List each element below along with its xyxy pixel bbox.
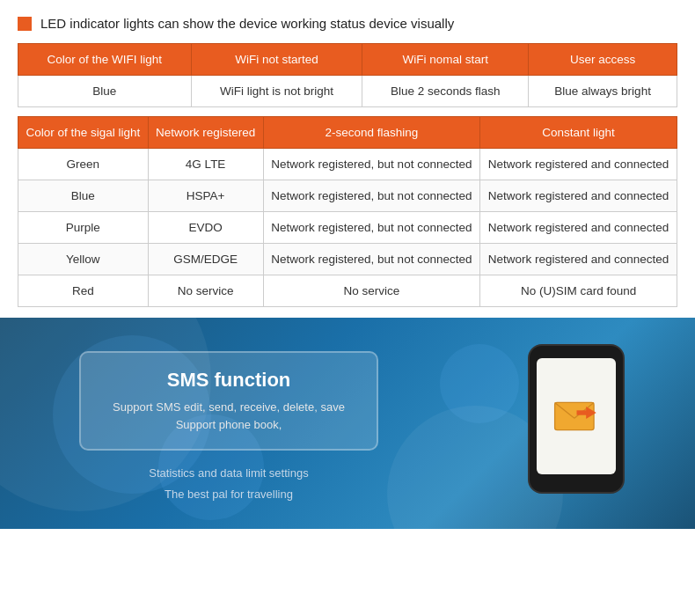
wifi-cell-0-2: Blue 2 seconds flash (362, 76, 529, 107)
sms-box: SMS function Support SMS edit, send, rec… (79, 351, 378, 451)
wifi-col-2: WiFi not started (191, 44, 362, 76)
orange-square-icon (18, 17, 32, 31)
signal-cell: Network registered and connected (480, 180, 677, 212)
led-header: LED indicator lights can show the device… (18, 16, 677, 31)
signal-col-3: 2-second flashing (263, 117, 479, 149)
table-row: PurpleEVDONetwork registered, but not co… (18, 212, 677, 244)
wifi-cell-0-0: Blue (18, 76, 192, 107)
phone-body (528, 344, 625, 494)
wifi-col-3: WiFi nomal start (362, 44, 529, 76)
sms-description: Support SMS edit, send, receive, delete,… (107, 399, 350, 433)
table-row: Green4G LTENetwork registered, but not c… (18, 149, 677, 180)
signal-cell: EVDO (148, 212, 263, 244)
sms-stat-1: Statistics and data limit settings (149, 463, 308, 483)
bottom-section: SMS function Support SMS edit, send, rec… (0, 318, 695, 529)
wifi-cell-0-1: WiFi light is not bright (191, 76, 362, 107)
signal-cell: Network registered and connected (480, 212, 677, 244)
phone-container (484, 344, 677, 511)
table-row: BlueHSPA+Network registered, but not con… (18, 180, 677, 212)
tables-container: Color of the WIFI light WiFi not started… (18, 43, 677, 307)
signal-cell: 4G LTE (148, 149, 263, 180)
email-icon (552, 399, 601, 434)
signal-cell: No (U)SIM card found (480, 275, 677, 307)
table-row: RedNo serviceNo serviceNo (U)SIM card fo… (18, 275, 677, 307)
sms-stat-2: The best pal for travelling (149, 484, 308, 504)
sms-stats: Statistics and data limit settings The b… (149, 463, 308, 504)
wifi-table: Color of the WIFI light WiFi not started… (18, 43, 677, 107)
signal-col-4: Constant light (480, 117, 677, 149)
led-header-text: LED indicator lights can show the device… (40, 16, 454, 31)
signal-cell: Red (18, 275, 149, 307)
signal-cell: HSPA+ (148, 180, 263, 212)
svg-rect-4 (576, 410, 587, 414)
signal-cell: Green (18, 149, 149, 180)
phone-screen (537, 358, 616, 474)
signal-cell: No service (263, 275, 479, 307)
signal-cell: Yellow (18, 244, 149, 275)
wifi-col-1: Color of the WIFI light (18, 44, 192, 76)
signal-cell: Network registered and connected (480, 244, 677, 275)
signal-cell: Network registered, but not connected (263, 149, 479, 180)
signal-cell: Network registered, but not connected (263, 244, 479, 275)
wifi-cell-0-3: Blue always bright (529, 76, 677, 107)
signal-table: Color of the sigal light Network registe… (18, 116, 677, 307)
signal-col-2: Network registered (148, 117, 263, 149)
sms-content: SMS function Support SMS edit, send, rec… (18, 351, 440, 504)
signal-cell: Network registered, but not connected (263, 212, 479, 244)
signal-cell: Network registered, but not connected (263, 180, 479, 212)
signal-cell: Blue (18, 180, 149, 212)
table-row: YellowGSM/EDGENetwork registered, but no… (18, 244, 677, 275)
sms-title: SMS function (107, 369, 350, 392)
signal-cell: No service (148, 275, 263, 307)
signal-cell: Purple (18, 212, 149, 244)
phone-illustration (501, 344, 660, 511)
signal-cell: Network registered and connected (480, 149, 677, 180)
table-row: Blue WiFi light is not bright Blue 2 sec… (18, 76, 677, 107)
signal-col-1: Color of the sigal light (18, 117, 149, 149)
wifi-col-4: User access (529, 44, 677, 76)
top-section: LED indicator lights can show the device… (0, 0, 695, 318)
signal-cell: GSM/EDGE (148, 244, 263, 275)
